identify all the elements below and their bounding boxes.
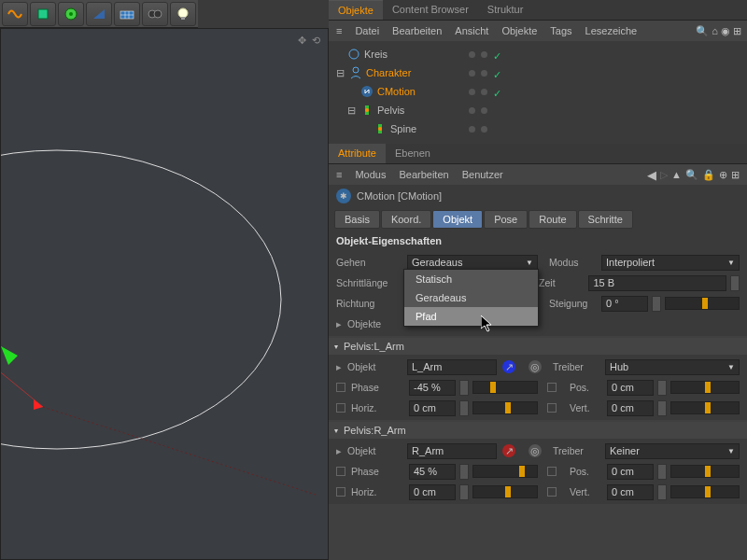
- tab-ebenen[interactable]: Ebenen: [386, 144, 440, 163]
- checkbox-vert[interactable]: [547, 403, 557, 413]
- spinner[interactable]: [657, 464, 667, 480]
- tool-bulb-icon[interactable]: [170, 2, 196, 26]
- link-icon[interactable]: ↗: [502, 444, 515, 457]
- checkbox-horiz[interactable]: [336, 487, 345, 497]
- menu-icon[interactable]: ⊞: [733, 25, 741, 37]
- search-icon[interactable]: 🔍: [696, 25, 709, 37]
- spinner[interactable]: [657, 484, 667, 500]
- slider-pos-rarm[interactable]: [670, 465, 740, 478]
- spinner[interactable]: [652, 296, 661, 312]
- popup-item-pfad[interactable]: Pfad: [404, 307, 538, 326]
- spinner[interactable]: [459, 484, 469, 500]
- collapse-icon[interactable]: ⊟: [334, 67, 345, 79]
- tab-content-browser[interactable]: Content Browser: [383, 0, 478, 20]
- input-pos-rarm[interactable]: [607, 464, 654, 480]
- menu-modus[interactable]: Modus: [355, 169, 386, 180]
- checkbox-pos[interactable]: [547, 383, 557, 392]
- subtab-objekt[interactable]: Objekt: [432, 210, 483, 229]
- menu-bearbeiten[interactable]: Bearbeiten: [392, 25, 442, 36]
- spinner[interactable]: [459, 464, 469, 480]
- spinner[interactable]: [459, 400, 469, 416]
- viewport-nav-icon[interactable]: ⟲: [312, 35, 320, 47]
- tree-item-cmotion[interactable]: CMotion ✓: [329, 82, 747, 101]
- tool-grid-icon[interactable]: [114, 2, 140, 26]
- input-horiz-rarm[interactable]: [409, 484, 456, 500]
- menu-benutzer[interactable]: Benutzer: [462, 169, 503, 180]
- spinner[interactable]: [459, 380, 469, 396]
- tool-wedge-icon[interactable]: [86, 2, 112, 26]
- collapse-icon[interactable]: ⊟: [345, 105, 357, 117]
- lock-icon[interactable]: 🔒: [702, 169, 715, 181]
- popup-item-geradeaus[interactable]: Geradeaus: [404, 288, 538, 307]
- tool-cube-icon[interactable]: [30, 2, 56, 26]
- input-objekt-larm[interactable]: [407, 359, 497, 375]
- viewport-nav-icon[interactable]: ✥: [298, 35, 306, 47]
- tab-attribute[interactable]: Attribute: [329, 144, 386, 163]
- checkbox-horiz[interactable]: [336, 403, 345, 413]
- checkbox-pos[interactable]: [547, 467, 557, 476]
- subtab-koord[interactable]: Koord.: [381, 210, 431, 229]
- menu-objekte[interactable]: Objekte: [501, 25, 537, 36]
- viewport[interactable]: ✥ ⟲: [0, 28, 329, 560]
- subtab-route[interactable]: Route: [529, 210, 576, 229]
- tool-gear-icon[interactable]: [58, 2, 84, 26]
- input-horiz-larm[interactable]: [409, 400, 456, 416]
- menu-ansicht[interactable]: Ansicht: [455, 25, 488, 36]
- group-header-larm[interactable]: ▾ Pelvis:L_Arm: [329, 338, 747, 355]
- slider-phase-larm[interactable]: [472, 381, 538, 394]
- subtab-basis[interactable]: Basis: [334, 210, 380, 229]
- nav-back-icon[interactable]: ◀: [647, 168, 656, 182]
- slider-steigung[interactable]: [665, 297, 740, 310]
- input-pos-larm[interactable]: [607, 380, 654, 396]
- eye-icon[interactable]: ◉: [721, 25, 730, 37]
- nav-fwd-icon[interactable]: ▷: [660, 169, 668, 181]
- group-header-rarm[interactable]: ▾ Pelvis:R_Arm: [329, 422, 747, 439]
- slider-horiz-rarm[interactable]: [472, 485, 538, 498]
- menu-lesezeichen[interactable]: Lesezeiche: [585, 25, 638, 36]
- tab-objekte[interactable]: Objekte: [329, 0, 383, 20]
- expand-icon[interactable]: ▸: [336, 445, 344, 457]
- hamburger-icon[interactable]: ≡: [336, 169, 342, 180]
- tree-item-charakter[interactable]: ⊟ Charakter ✓: [329, 63, 747, 82]
- picker-icon[interactable]: ◎: [529, 444, 542, 457]
- input-phase-rarm[interactable]: [409, 464, 456, 480]
- dropdown-gehen[interactable]: Geradeaus▼: [407, 255, 538, 271]
- slider-vert-larm[interactable]: [670, 401, 740, 414]
- tree-item-kreis[interactable]: Kreis ✓: [329, 45, 747, 63]
- dropdown-treiber-rarm[interactable]: Keiner▼: [605, 443, 740, 459]
- dropdown-treiber-larm[interactable]: Hub▼: [605, 359, 740, 375]
- spinner[interactable]: [657, 380, 667, 396]
- tab-struktur[interactable]: Struktur: [478, 0, 533, 20]
- checkbox-phase[interactable]: [336, 467, 345, 476]
- home-icon[interactable]: ⌂: [712, 25, 718, 36]
- subtab-pose[interactable]: Pose: [484, 210, 528, 229]
- spinner[interactable]: [730, 275, 740, 291]
- dropdown-modus[interactable]: Interpoliert▼: [601, 255, 740, 271]
- tree-item-pelvis[interactable]: ⊟ Pelvis: [329, 101, 747, 119]
- spinner[interactable]: [657, 400, 667, 416]
- tree-item-spine[interactable]: Spine: [329, 119, 747, 138]
- input-objekt-rarm[interactable]: [407, 443, 497, 459]
- slider-pos-larm[interactable]: [670, 381, 740, 394]
- input-zeit[interactable]: [588, 275, 726, 291]
- checkbox-vert[interactable]: [547, 487, 557, 497]
- checkbox-phase[interactable]: [336, 383, 345, 392]
- slider-phase-rarm[interactable]: [472, 465, 538, 478]
- slider-horiz-larm[interactable]: [472, 401, 538, 414]
- menu-bearbeiten[interactable]: Bearbeiten: [399, 169, 448, 180]
- tool-goggles-icon[interactable]: [142, 2, 168, 26]
- input-vert-larm[interactable]: [607, 400, 654, 416]
- menu-datei[interactable]: Datei: [355, 25, 379, 36]
- link-icon[interactable]: ↗: [502, 360, 515, 373]
- menu-icon[interactable]: ⊞: [731, 169, 740, 181]
- new-icon[interactable]: ⊕: [719, 169, 727, 181]
- nav-up-icon[interactable]: ▲: [671, 169, 682, 180]
- picker-icon[interactable]: ◎: [529, 360, 542, 373]
- input-vert-rarm[interactable]: [607, 484, 654, 500]
- popup-item-statisch[interactable]: Statisch: [404, 270, 538, 288]
- expand-icon[interactable]: ▸: [336, 361, 344, 373]
- subtab-schritte[interactable]: Schritte: [578, 210, 633, 229]
- input-steigung[interactable]: [601, 296, 648, 312]
- hamburger-icon[interactable]: ≡: [336, 25, 342, 36]
- tool-snake-icon[interactable]: [2, 2, 28, 26]
